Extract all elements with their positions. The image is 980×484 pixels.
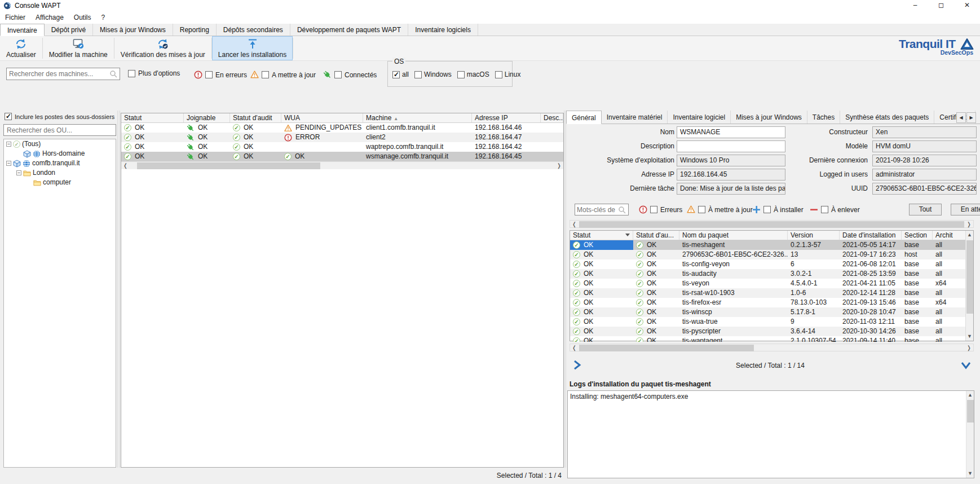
col-pkg-section[interactable]: Section — [902, 231, 933, 240]
tree-item-hors-domaine[interactable]: Hors-domaine — [4, 149, 116, 159]
expand-down-chevron[interactable] — [961, 360, 971, 370]
menu-outils[interactable]: Outils — [69, 11, 96, 24]
more-options-checkbox[interactable] — [128, 70, 135, 77]
col-machine[interactable]: Machine▲ — [363, 113, 472, 122]
refresh-button[interactable]: Actualiser — [0, 36, 42, 60]
os-macos-checkbox[interactable] — [457, 71, 465, 78]
machine-search-input[interactable] — [7, 68, 107, 80]
check-updates-button[interactable]: Vérification des mises à jour — [114, 36, 211, 60]
errors-checkbox[interactable] — [205, 71, 213, 78]
detail-tab-general[interactable]: Général — [566, 111, 602, 124]
connected-checkbox[interactable] — [334, 71, 342, 78]
package-row[interactable]: ✓OK✓OKtis-winscp5.17.8-12020-10-28 10:47… — [570, 307, 966, 317]
pkg-errors-checkbox[interactable] — [650, 206, 657, 213]
launch-installs-button[interactable]: Lancer les installations — [212, 36, 293, 60]
package-row[interactable]: ✓OK✓OKtis-meshagent0.2.1.3-572021-05-05 … — [570, 240, 966, 250]
pending-packages-button[interactable]: En attente — [951, 204, 980, 215]
machine-row[interactable]: ✓OKOK✓OKwaptrepo.comfb.tranquil.it192.16… — [121, 142, 563, 152]
scroll-left-arrow[interactable]: ❬ — [570, 344, 579, 351]
description-field[interactable] — [677, 140, 785, 152]
tab-scroll-left-button[interactable]: ◀ — [956, 112, 966, 123]
col-pkg-archit[interactable]: Archit — [933, 231, 966, 240]
pkg-to-install-checkbox[interactable] — [763, 206, 771, 213]
col-pkg-nom[interactable]: Nom du paquet — [679, 231, 788, 240]
scroll-thumb[interactable] — [137, 162, 320, 169]
os-linux-checkbox[interactable] — [495, 71, 502, 78]
detail-tab-synthese[interactable]: Synthèse états des paquets — [840, 111, 934, 124]
scroll-left-arrow[interactable]: ❬ — [570, 221, 579, 227]
col-pkg-statut[interactable]: Statut — [570, 231, 633, 240]
tab-scroll-right-button[interactable]: ▶ — [966, 112, 976, 123]
os-windows-checkbox[interactable] — [414, 71, 422, 78]
col-pkg-date[interactable]: Date d'installation — [840, 231, 902, 240]
collapse-icon[interactable]: − — [6, 142, 11, 147]
package-search-input[interactable] — [575, 204, 617, 215]
os-all-checkbox[interactable] — [392, 71, 400, 78]
tab-developpement-paquets[interactable]: Développement de paquets WAPT — [290, 24, 408, 36]
all-packages-button[interactable]: Tout — [909, 204, 942, 215]
tree-item-london[interactable]: − London — [4, 168, 116, 178]
scroll-up-arrow[interactable]: ▲ — [966, 231, 973, 239]
scroll-right-arrow[interactable]: ❭ — [555, 162, 563, 169]
machine-row[interactable]: ✓OKOK✓OK✓OKwsmanage.comfb.tranquil.it192… — [121, 152, 563, 161]
package-row[interactable]: ✓OK✓OKtis-rsat-w10-19031.0-62020-12-14 1… — [570, 288, 966, 298]
tree-item-tous[interactable]: − ✓ (Tous) — [4, 139, 116, 149]
package-row[interactable]: ✓OK✓OKtis-pyscripter3.6.4-142020-10-30 1… — [570, 327, 966, 336]
tree-item-computer[interactable]: computer — [4, 178, 116, 187]
scroll-thumb[interactable] — [579, 345, 754, 351]
col-statut[interactable]: Statut — [121, 113, 184, 122]
sidebar-splitter[interactable] — [117, 111, 120, 468]
maximize-button[interactable]: ◻ — [928, 0, 954, 11]
col-joignable[interactable]: Joignable — [184, 113, 230, 122]
scroll-down-arrow[interactable]: ▼ — [966, 332, 973, 341]
include-subfolders-checkbox[interactable] — [5, 113, 12, 120]
pkg-to-remove-checkbox[interactable] — [821, 206, 828, 213]
package-row[interactable]: ✓OK✓OKtis-audacity3.0.2-12021-08-25 13:5… — [570, 269, 966, 279]
machine-row[interactable]: ✓OKOK✓OKERRORclient2192.168.164.47 — [121, 133, 563, 142]
scroll-right-arrow[interactable]: ❭ — [965, 344, 973, 351]
nom-field[interactable]: WSMANAGE — [677, 126, 785, 138]
tab-depots-secondaires[interactable]: Dépôts secondaires — [217, 24, 290, 36]
scroll-thumb[interactable] — [579, 221, 964, 228]
tab-reporting[interactable]: Reporting — [173, 24, 217, 36]
detail-tab-inventaire-materiel[interactable]: Inventaire matériel — [602, 111, 668, 124]
edit-machine-button[interactable]: Modifier la machine — [43, 36, 114, 60]
package-row[interactable]: ✓OK✓OKtis-waptagent2.1.0.10307-542021-09… — [570, 336, 966, 342]
menu-fichier[interactable]: Fichier — [0, 11, 30, 24]
to-update-checkbox[interactable] — [262, 71, 269, 78]
close-button[interactable]: ✕ — [954, 0, 980, 11]
package-row[interactable]: ✓OK✓OKtis-veyon4.5.4.0-12021-04-21 11:05… — [570, 279, 966, 288]
pkg-to-update-checkbox[interactable] — [698, 206, 705, 213]
col-wua[interactable]: WUA — [281, 113, 363, 122]
col-statut-audit[interactable]: Statut d'audit — [230, 113, 281, 122]
machine-row[interactable]: ✓OKOK✓OKPENDING_UPDATESclient1.comfb.tra… — [121, 123, 563, 133]
col-adresse-ip[interactable]: Adresse IP — [472, 113, 541, 122]
tab-inventaire-logiciels[interactable]: Inventaire logiciels — [408, 24, 478, 36]
package-row[interactable]: ✓OK✓OKtis-config-veyon62021-06-08 12:01b… — [570, 259, 966, 269]
detail-tab-inventaire-logiciel[interactable]: Inventaire logiciel — [668, 111, 731, 124]
scroll-thumb[interactable] — [966, 240, 973, 314]
detail-tab-taches[interactable]: Tâches — [807, 111, 840, 124]
package-row[interactable]: ✓OK✓OKtis-wua-true92020-11-03 12:11basea… — [570, 317, 966, 327]
scroll-thumb[interactable] — [967, 400, 974, 423]
collapse-icon[interactable]: − — [16, 170, 21, 175]
ou-search-input[interactable] — [4, 125, 116, 135]
package-row[interactable]: ✓OK✓OK2790653C-6B01-EB5C-6CE2-326...1320… — [570, 250, 966, 259]
scroll-left-arrow[interactable]: ❬ — [121, 162, 130, 169]
minimize-button[interactable]: – — [902, 0, 928, 11]
col-pkg-version[interactable]: Version — [788, 231, 840, 240]
scroll-up-arrow[interactable]: ▲ — [966, 391, 974, 399]
menu-affichage[interactable]: Affichage — [30, 11, 69, 24]
package-row[interactable]: ✓OK✓OKtis-firefox-esr78.13.0-1032021-09-… — [570, 298, 966, 307]
tab-inventaire[interactable]: Inventaire — [0, 24, 45, 36]
col-pkg-statut-audit[interactable]: Statut d'au... — [633, 231, 679, 240]
tab-mises-a-jour-windows[interactable]: Mises à jour Windows — [93, 24, 173, 36]
tree-item-comfb-domain[interactable]: − comfb.tranquil.it — [4, 159, 116, 168]
col-desc[interactable]: Desc... — [541, 113, 563, 122]
detail-tab-mises-a-jour-windows[interactable]: Mises à jour Windows — [731, 111, 807, 124]
tab-depot-prive[interactable]: Dépôt privé — [45, 24, 93, 36]
scroll-right-arrow[interactable]: ❭ — [965, 221, 973, 227]
install-logs-box[interactable]: Installing: meshagent64-computers.exe ▲ … — [567, 390, 974, 478]
menu-help[interactable]: ? — [96, 11, 111, 24]
collapse-icon[interactable]: − — [6, 161, 11, 166]
